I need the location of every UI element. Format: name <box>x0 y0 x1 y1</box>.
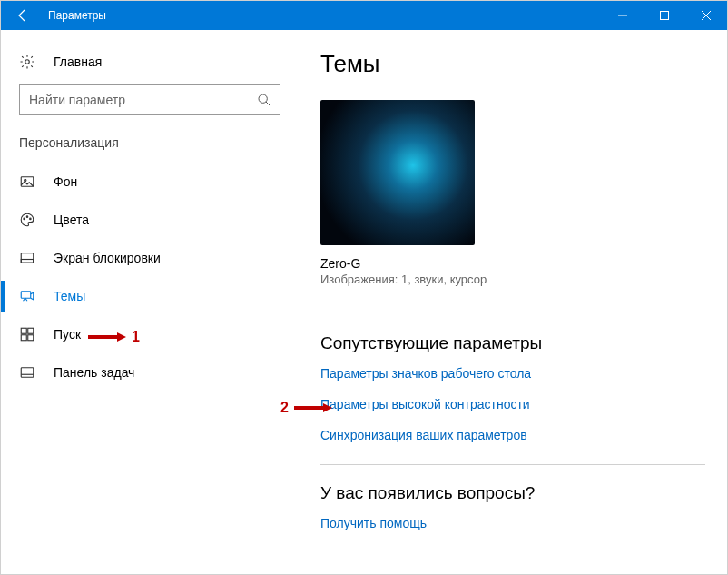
content: Главная Персонализация Фон Цвета <box>1 30 727 574</box>
page-title: Темы <box>320 50 705 78</box>
sidebar-item-label: Экран блокировки <box>54 251 161 265</box>
theme-desc: Изображения: 1, звуки, курсор <box>320 273 502 288</box>
search-icon <box>257 93 271 107</box>
svg-point-10 <box>26 216 28 218</box>
svg-rect-14 <box>21 292 31 299</box>
link-desktop-icons[interactable]: Параметры значков рабочего стола <box>320 366 705 381</box>
sidebar-item-label: Темы <box>54 289 85 303</box>
window-title: Параметры <box>44 9 106 22</box>
svg-rect-17 <box>21 335 26 341</box>
svg-rect-13 <box>21 260 34 263</box>
gear-icon <box>19 54 41 70</box>
link-get-help[interactable]: Получить помощь <box>320 516 705 530</box>
theme-preview[interactable] <box>320 100 475 245</box>
divider <box>320 464 705 465</box>
arrow-left-icon <box>15 8 30 23</box>
close-icon <box>702 11 711 20</box>
related-heading: Сопутствующие параметры <box>320 333 705 353</box>
home-label: Главная <box>54 55 102 69</box>
sidebar-item-themes[interactable]: Темы <box>1 277 299 315</box>
svg-rect-16 <box>28 328 34 333</box>
svg-line-6 <box>266 102 270 105</box>
maximize-icon <box>660 11 669 20</box>
link-sync-settings[interactable]: Синхронизация ваших параметров <box>320 428 705 442</box>
theme-icon <box>19 288 41 304</box>
sidebar-item-start[interactable]: Пуск <box>1 315 299 353</box>
sidebar-item-background[interactable]: Фон <box>1 163 299 201</box>
sidebar-item-label: Панель задач <box>54 365 134 380</box>
maximize-button[interactable] <box>644 1 685 30</box>
svg-rect-12 <box>21 253 34 263</box>
group-label: Персонализация <box>1 135 299 163</box>
svg-point-4 <box>25 60 30 64</box>
start-icon <box>19 326 41 342</box>
svg-rect-19 <box>21 368 34 378</box>
svg-point-5 <box>259 94 267 103</box>
palette-icon <box>19 212 41 228</box>
home-button[interactable]: Главная <box>1 48 299 84</box>
sidebar-item-label: Фон <box>54 174 77 189</box>
help-heading: У вас появились вопросы? <box>320 483 705 503</box>
picture-icon <box>19 173 41 190</box>
back-button[interactable] <box>1 1 44 30</box>
sidebar-item-lockscreen[interactable]: Экран блокировки <box>1 239 299 277</box>
sidebar-item-label: Пуск <box>54 327 81 342</box>
titlebar: Параметры <box>1 1 727 30</box>
svg-point-9 <box>24 218 25 220</box>
link-high-contrast[interactable]: Параметры высокой контрастности <box>320 397 705 411</box>
search-box <box>19 84 280 115</box>
minimize-button[interactable] <box>602 1 644 30</box>
sidebar: Главная Персонализация Фон Цвета <box>1 30 299 574</box>
main-pane: Темы Zero-G Изображения: 1, звуки, курсо… <box>299 30 727 574</box>
sidebar-item-label: Цвета <box>54 213 89 227</box>
svg-rect-15 <box>21 328 26 333</box>
sidebar-item-colors[interactable]: Цвета <box>1 201 299 239</box>
theme-name: Zero-G <box>320 256 705 271</box>
close-button[interactable] <box>685 1 727 30</box>
search-input[interactable] <box>19 84 280 115</box>
minimize-icon <box>618 11 627 20</box>
taskbar-icon <box>19 364 41 381</box>
svg-rect-1 <box>661 12 669 20</box>
svg-rect-18 <box>28 335 34 341</box>
sidebar-item-taskbar[interactable]: Панель задач <box>1 353 299 392</box>
svg-point-11 <box>30 218 32 220</box>
lockscreen-icon <box>19 250 41 266</box>
